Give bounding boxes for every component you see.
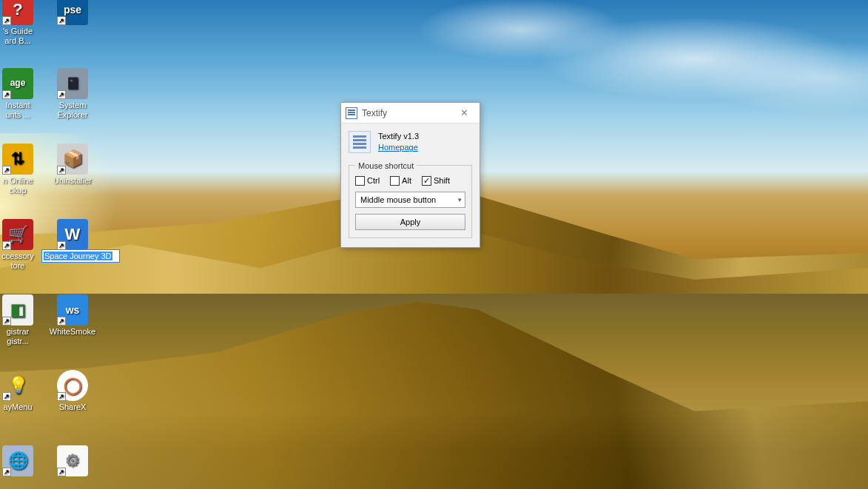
shortcut-overlay-icon: ↗ [57, 16, 66, 25]
desktop-icon-sharex[interactable]: ◯↗ShareX [44, 370, 101, 412]
shortcut-overlay-icon: ↗ [2, 468, 11, 476]
desktop-icon-label: ShareX [59, 402, 87, 412]
desktop-icon-guide[interactable]: ?↗'s Guide ard B... [0, 0, 46, 45]
textify-window: Textify ✕ Textify v1.3 Homepage Mouse sh… [340, 102, 480, 248]
accessory-icon: 🛒↗ [2, 219, 33, 250]
desktop-icon-label: gistrar gistr... [7, 327, 30, 345]
chevron-down-icon: ▾ [458, 196, 462, 203]
textify-capture-text: Space Journey 3D [44, 252, 112, 260]
desktop-icon-registrar[interactable]: ◧↗gistrar gistr... [0, 294, 46, 345]
shortcut-overlay-icon: ↗ [57, 468, 66, 476]
alt-label: Alt [402, 176, 411, 185]
close-button[interactable]: ✕ [453, 106, 475, 121]
bottom2-icon: ⚙↗ [57, 445, 88, 476]
instant-icon: age↗ [2, 68, 33, 99]
ctrl-label: Ctrl [367, 176, 380, 185]
shortcut-overlay-icon: ↗ [2, 166, 11, 175]
desktop-icon-whitesmoke[interactable]: ws↗WhiteSmoke [44, 294, 101, 337]
whitesmoke-icon: ws↗ [57, 294, 88, 326]
textify-logo-icon [349, 131, 371, 153]
desktop-icon-bottom1[interactable]: 🌐↗ [0, 445, 46, 478]
alt-checkbox-box [390, 176, 400, 186]
desktop-icon-label: 's Guide ard B... [3, 27, 33, 45]
apply-button[interactable]: Apply [355, 214, 465, 230]
desktop-icon-bottom2[interactable]: ⚙↗ [44, 445, 101, 478]
desktop-icon-aymenu[interactable]: 💡↗ayMenu [0, 370, 46, 412]
app-version-label: Textify v1.3 [378, 131, 419, 142]
homepage-link[interactable]: Homepage [378, 143, 418, 152]
shortcut-overlay-icon: ↗ [57, 166, 66, 175]
mouse-shortcut-legend: Mouse shortcut [355, 161, 417, 170]
alt-checkbox[interactable]: Alt [390, 176, 411, 186]
shift-label: Shift [434, 176, 450, 185]
desktop-icon-label: Uninstaller [53, 176, 92, 186]
sharex-icon: ◯↗ [57, 370, 88, 401]
desktop-icon-instant[interactable]: age↗Instant unts ... [0, 68, 46, 119]
ctrl-checkbox[interactable]: Ctrl [355, 176, 380, 186]
shortcut-overlay-icon: ↗ [57, 392, 66, 401]
desktop-icon-label: Instant unts ... [5, 101, 30, 119]
mouse-button-select[interactable]: Middle mouse button ▾ [355, 192, 465, 208]
desktop-icon-uninst[interactable]: 📦↗Uninstaller [44, 144, 101, 186]
textify-app-icon [346, 107, 357, 119]
desktop-icon-pse[interactable]: pse↗ [44, 0, 101, 27]
online-icon: ⇅↗ [2, 144, 33, 175]
desktop-icon-sysexp[interactable]: 🖥↗System Explorer [44, 68, 101, 119]
shift-checkbox-box: ✓ [422, 176, 431, 186]
desktop-icon-online[interactable]: ⇅↗n Online ckup [0, 144, 46, 195]
aymenu-icon: 💡↗ [2, 370, 33, 401]
shortcut-overlay-icon: ↗ [2, 392, 11, 401]
sysexp-icon: 🖥↗ [57, 68, 88, 99]
desktop-icon-label: n Online ckup [3, 176, 33, 195]
window-title: Textify [362, 108, 453, 118]
desktop-icon-label: ccessory tore [1, 252, 33, 270]
shortcut-overlay-icon: ↗ [2, 241, 11, 250]
registrar-icon: ◧↗ [2, 294, 33, 326]
guide-icon: ?↗ [2, 0, 33, 25]
desktop-icon-label: ayMenu [3, 402, 32, 412]
titlebar[interactable]: Textify ✕ [341, 103, 480, 124]
shortcut-overlay-icon: ↗ [2, 317, 11, 326]
desktop-icon-label: WhiteSmoke [50, 327, 95, 337]
mouse-shortcut-group: Mouse shortcut Ctrl Alt ✓ Shift Middle m… [349, 161, 472, 238]
shift-checkbox[interactable]: ✓ Shift [422, 176, 450, 186]
space3d-icon: W↗ [57, 219, 88, 250]
shortcut-overlay-icon: ↗ [2, 90, 11, 99]
close-icon: ✕ [460, 107, 468, 118]
bottom1-icon: 🌐↗ [2, 445, 33, 476]
shortcut-overlay-icon: ↗ [57, 90, 66, 99]
ctrl-checkbox-box [355, 176, 365, 186]
textify-capture-field[interactable]: Space Journey 3D [41, 249, 120, 263]
shortcut-overlay-icon: ↗ [57, 317, 66, 326]
shortcut-overlay-icon: ↗ [2, 16, 11, 25]
uninst-icon: 📦↗ [57, 144, 88, 175]
pse-icon: pse↗ [57, 0, 88, 25]
mouse-button-value: Middle mouse button [360, 195, 436, 204]
desktop-icon-label: System Explorer [58, 101, 88, 119]
desktop-icon-accessory[interactable]: 🛒↗ccessory tore [0, 219, 46, 270]
